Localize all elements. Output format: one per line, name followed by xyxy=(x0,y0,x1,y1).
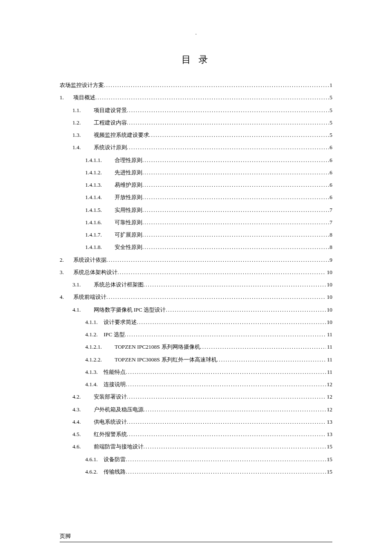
toc-entry: 4.3.户外机箱及稳压电源12 xyxy=(60,403,332,416)
toc-page-number: 6 xyxy=(329,141,333,153)
toc-page-number: 5 xyxy=(329,116,333,129)
toc-entry: 4.5.红外报警系统13 xyxy=(60,428,332,440)
toc-page-number: 15 xyxy=(326,465,332,478)
toc-text: IPC 选型 xyxy=(104,328,124,341)
toc-page-number: 12 xyxy=(326,378,332,390)
toc-number: 4.1.2.1. xyxy=(85,341,102,353)
toc-number: 4.6. xyxy=(72,440,81,453)
toc-number: 4.1.2. xyxy=(85,328,98,341)
toc-number: 1.4.1.1. xyxy=(85,154,102,166)
toc-page-number: 11 xyxy=(326,328,332,341)
toc-leader-dots xyxy=(107,291,326,303)
toc-leader-dots xyxy=(126,366,326,378)
toc-number: 1.4. xyxy=(72,141,81,153)
toc-leader-dots xyxy=(127,104,329,116)
table-of-contents: 农场监控设计方案11.项目概述51.1.项目建设背景51.2.工程建设内容51.… xyxy=(60,79,332,478)
toc-text: TOPZEN IPC3008S 系列红外一体高速球机 xyxy=(115,353,217,366)
toc-entry: 农场监控设计方案1 xyxy=(60,79,332,91)
toc-text: 网络数字摄像机 IPC 选型设计 xyxy=(94,304,166,316)
footer-rule xyxy=(60,542,332,542)
toc-number: 1.4.1.5. xyxy=(85,204,102,216)
toc-page-number: 10 xyxy=(326,316,332,328)
toc-number: 4.6.2. xyxy=(85,465,98,478)
toc-page-number: 13 xyxy=(326,416,332,428)
toc-leader-dots xyxy=(142,179,329,191)
toc-leader-dots xyxy=(144,403,326,416)
toc-text: 可扩展原则 xyxy=(115,228,142,241)
toc-leader-dots xyxy=(137,316,326,328)
toc-number: 3. xyxy=(60,266,64,278)
toc-page-number: 12 xyxy=(326,403,332,416)
toc-entry: 1.4.1.5.实用性原则7 xyxy=(60,204,332,216)
toc-leader-dots xyxy=(126,465,326,478)
toc-page-number: 8 xyxy=(329,228,333,241)
toc-text: 前端防雷与接地设计 xyxy=(94,440,144,453)
toc-leader-dots xyxy=(142,154,329,166)
toc-number: 4.3. xyxy=(72,403,81,416)
toc-leader-dots xyxy=(144,278,326,291)
toc-leader-dots xyxy=(127,141,329,153)
toc-number: 1.4.1.6. xyxy=(85,216,102,228)
toc-number: 4.1.1. xyxy=(85,316,98,328)
toc-entry: 4.6.前端防雷与接地设计15 xyxy=(60,440,332,453)
toc-page-number: 6 xyxy=(329,166,333,179)
toc-text: 视频监控系统建设要求 xyxy=(94,129,149,141)
toc-page-number: 11 xyxy=(326,341,332,353)
toc-number: 4. xyxy=(60,291,64,303)
toc-number: 4.6.1. xyxy=(85,453,98,465)
toc-text: TOPZEN IPC2108S 系列网络摄像机 xyxy=(115,341,200,353)
toc-page-number: 11 xyxy=(326,353,332,366)
toc-page-number: 11 xyxy=(326,366,332,378)
toc-text: 工程建设内容 xyxy=(94,116,127,129)
toc-text: 户外机箱及稳压电源 xyxy=(94,403,144,416)
toc-entry: 4.1.2.1.TOPZEN IPC2108S 系列网络摄像机11 xyxy=(60,341,332,353)
toc-number: 4.1. xyxy=(72,304,81,316)
toc-page-number: 10 xyxy=(326,266,332,278)
toc-entry: 1.4.1.7.可扩展原则8 xyxy=(60,228,332,241)
toc-page-number: 7 xyxy=(329,216,333,228)
toc-page-number: 8 xyxy=(329,241,333,253)
toc-page-number: 10 xyxy=(326,278,332,291)
toc-text: 系统总体架构设计 xyxy=(73,266,118,278)
top-marker: . xyxy=(60,30,332,36)
toc-leader-dots xyxy=(127,116,329,129)
toc-entry: 1.4.1.8.安全性原则8 xyxy=(60,241,332,253)
toc-leader-dots xyxy=(166,304,326,316)
toc-entry: 1.4.1.4.开放性原则6 xyxy=(60,191,332,203)
toc-leader-dots xyxy=(95,91,329,104)
toc-entry: 1.4.系统设计原则6 xyxy=(60,141,332,153)
toc-text: 设计要求简述 xyxy=(104,316,137,328)
toc-number: 1.3. xyxy=(72,129,81,141)
toc-page-number: 5 xyxy=(329,104,333,116)
toc-text: 系统设计依据 xyxy=(73,254,107,266)
toc-text: 先进性原则 xyxy=(115,166,142,179)
toc-leader-dots xyxy=(142,166,329,179)
toc-page-number: 15 xyxy=(326,440,332,453)
toc-number: 4.1.2.2. xyxy=(85,353,102,366)
toc-page-number: 13 xyxy=(326,428,332,440)
toc-entry: 4.系统前端设计10 xyxy=(60,291,332,303)
toc-leader-dots xyxy=(127,416,326,428)
toc-number: 4.2. xyxy=(72,390,81,403)
toc-page-number: 9 xyxy=(329,254,333,266)
toc-leader-dots xyxy=(104,79,329,91)
toc-page-number: 6 xyxy=(329,154,333,166)
toc-page-number: 10 xyxy=(326,291,332,303)
toc-number: 1.1. xyxy=(72,104,81,116)
toc-leader-dots xyxy=(149,129,329,141)
toc-page-number: 12 xyxy=(326,390,332,403)
toc-text: 安装部署设计 xyxy=(94,390,127,403)
toc-leader-dots xyxy=(142,216,329,228)
toc-entry: 1.4.1.1.合理性原则6 xyxy=(60,154,332,166)
toc-entry: 3.系统总体架构设计10 xyxy=(60,266,332,278)
toc-text: 系统总体设计框架图 xyxy=(94,278,144,291)
toc-number: 3.1. xyxy=(72,278,81,291)
toc-entry: 4.6.1.设备防雷15 xyxy=(60,453,332,465)
toc-entry: 1.2.工程建设内容5 xyxy=(60,116,332,129)
toc-number: 1.4.1.7. xyxy=(85,228,102,241)
toc-number: 1. xyxy=(60,91,64,104)
toc-leader-dots xyxy=(126,378,326,390)
toc-text: 合理性原则 xyxy=(115,154,142,166)
toc-entry: 4.1.3.性能特点11 xyxy=(60,366,332,378)
toc-entry: 1.4.1.6.可靠性原则7 xyxy=(60,216,332,228)
